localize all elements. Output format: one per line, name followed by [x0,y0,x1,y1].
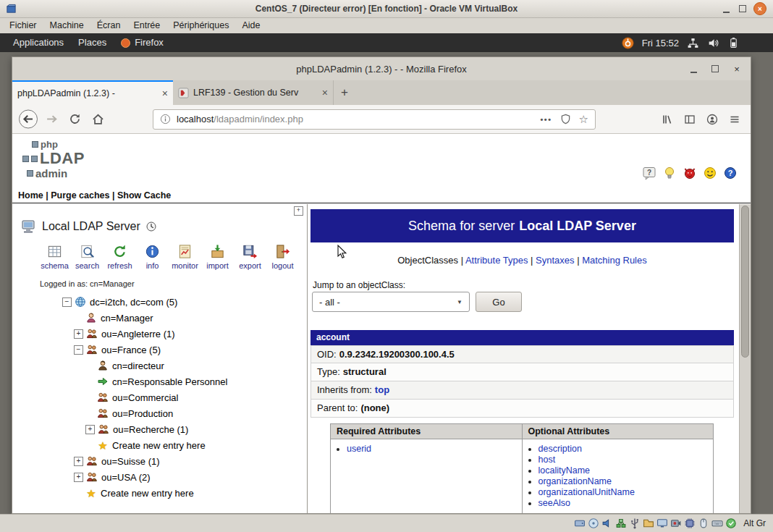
expand-icon[interactable]: + [74,473,83,482]
org-icon[interactable] [86,471,98,483]
info-icon[interactable] [144,243,161,260]
tree-item-label[interactable]: Create new entry here [101,488,194,499]
toolbar-info[interactable]: info [136,243,169,270]
light-bulb-icon[interactable] [662,166,677,180]
tree-item[interactable]: +ou=USA (2) [62,469,305,485]
tree-item[interactable]: +ou=Recherche (1) [62,421,305,437]
mouse-status-icon[interactable] [698,518,709,529]
menu-peripheriques[interactable]: Périphériques [166,18,235,33]
home-button[interactable] [88,109,108,130]
audio-status-icon[interactable] [601,518,613,529]
smiley-icon[interactable] [703,166,717,180]
menu-entree[interactable]: Entrée [127,18,166,33]
collapse-tree-icon[interactable]: + [294,206,303,216]
org-icon[interactable] [97,408,109,419]
tree-item[interactable]: ou=Commercial [62,389,305,405]
refresh-icon[interactable] [111,243,128,260]
url-bar[interactable]: localhost/ldapadmin/index.php ••• ☆ [153,109,596,130]
virtualbox-window-icon[interactable] [6,4,17,14]
tree-item-label[interactable]: ou=Suisse (1) [101,456,160,467]
tree-item-label[interactable]: ou=Recherche (1) [113,424,188,435]
org-icon[interactable] [86,344,98,355]
tree-item[interactable]: −ou=France (5) [62,342,305,358]
attribute-link[interactable]: userid [347,444,371,454]
menu-fichier[interactable]: Fichier [3,18,43,33]
toolbar-search[interactable]: search [71,243,104,270]
panel-menu-applications[interactable]: Applications [6,33,71,52]
objectclass-select[interactable]: - all - ▼ [312,292,470,312]
hint-icon[interactable]: ? [642,166,656,180]
tree-item[interactable]: ou=Production [62,405,305,421]
tree-item-label[interactable]: ou=USA (2) [101,472,151,483]
tab-close-icon[interactable]: × [322,87,328,98]
link-show-cache[interactable]: Show Cache [117,190,171,200]
go-button[interactable]: Go [476,292,522,312]
shield-icon[interactable] [560,114,571,124]
tree-item-label[interactable]: ou=Commercial [112,392,178,403]
usb-status-icon[interactable] [629,518,641,529]
schema-view-matching-rules[interactable]: Matching Rules [582,255,647,266]
link-home[interactable]: Home [18,190,43,200]
person2-icon[interactable] [97,360,109,371]
menu-aide[interactable]: Aide [235,18,266,33]
tree-item-label[interactable]: ou=France (5) [101,345,161,355]
tree-item-label[interactable]: cn=directeur [112,360,164,371]
arrow-icon[interactable] [97,376,109,387]
tree-item-label[interactable]: ou=Angleterre (1) [101,329,175,339]
collapse-icon[interactable]: − [74,345,83,355]
toolbar-refresh[interactable]: refresh [104,243,136,270]
tree-item[interactable]: ★Create new entry here [62,485,305,501]
org-icon[interactable] [98,423,109,435]
tree-item[interactable]: cn=directeur [62,358,305,373]
tree-item-label[interactable]: Create new entry here [112,440,206,451]
minimize-button[interactable] [688,63,698,75]
network-status-icon[interactable] [615,518,627,529]
toolbar-monitor[interactable]: monitor [169,243,201,270]
org-icon[interactable] [86,455,98,467]
browser-tab[interactable]: phpLDAPadmin (1.2.3) -× [12,80,173,105]
person-icon[interactable] [85,312,97,324]
tree-item-label[interactable]: dc=i2tch, dc=com (5) [90,297,177,308]
bookmark-star-icon[interactable]: ☆ [579,113,588,126]
import-icon[interactable] [209,243,226,260]
account-icon[interactable] [706,114,718,125]
monitor-icon[interactable] [177,243,193,260]
search-icon[interactable] [79,243,96,260]
volume-icon[interactable] [707,37,719,49]
toolbar-schema[interactable]: schema [38,243,71,270]
expand-icon[interactable]: + [74,329,83,339]
toolbar-export[interactable]: export [234,243,266,270]
tree-item[interactable]: cn=Responsable Personnel [62,373,305,389]
help-icon[interactable]: ? [723,166,738,180]
tree-item[interactable]: cn=Manager [62,310,305,326]
scrollbar[interactable] [739,204,751,513]
session-status-icon[interactable] [725,518,737,529]
sidebar-icon[interactable] [684,114,696,125]
tree-item[interactable]: ★Create new entry here [62,437,305,453]
expand-icon[interactable]: + [74,457,83,466]
battery-icon[interactable] [727,37,740,49]
tree-item-label[interactable]: cn=Responsable Personnel [112,376,227,387]
tree-item-label[interactable]: cn=Manager [101,313,153,324]
menu-icon[interactable] [729,114,740,125]
firefox-titlebar[interactable]: phpLDAPadmin (1.2.3) - - Mozilla Firefox… [12,57,751,80]
expand-icon[interactable]: + [85,425,95,434]
panel-clock[interactable]: Fri 15:52 [642,38,679,48]
star-icon[interactable]: ★ [85,487,97,499]
attribute-link[interactable]: localityName [538,465,591,476]
shared-folders-status-icon[interactable] [643,518,654,529]
maximize-button[interactable] [710,63,720,75]
close-button[interactable]: × [753,2,766,15]
site-info-icon[interactable] [160,114,171,124]
forward-button[interactable] [41,109,62,130]
page-actions-icon[interactable]: ••• [540,115,552,124]
toolbar-logout[interactable]: logout [266,243,299,270]
inherits-link[interactable]: top [375,384,389,395]
recording-status-icon[interactable] [670,518,682,529]
attribute-link[interactable]: seeAlso [538,498,570,508]
attribute-link[interactable]: description [538,444,582,454]
features-status-icon[interactable] [684,518,696,529]
world-icon[interactable] [75,296,86,308]
back-button[interactable] [18,109,38,130]
browser-tab[interactable]: LRF139 - Gestion du Serv× [173,80,334,105]
